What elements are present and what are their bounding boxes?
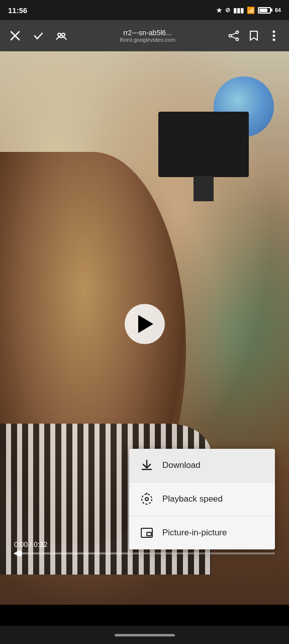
pip-label: Picture-in-picture	[162, 528, 227, 538]
close-tab-button[interactable]	[6, 28, 24, 44]
svg-point-3	[62, 33, 65, 36]
status-icons: ★ ⊘ ▮▮▮ 📶 84	[216, 7, 281, 14]
svg-point-9	[273, 31, 275, 33]
svg-point-11	[273, 39, 275, 41]
playback-speed-icon	[139, 492, 154, 507]
battery-fill	[259, 9, 267, 12]
home-indicator[interactable]	[115, 634, 175, 636]
download-icon	[139, 458, 154, 473]
svg-point-13	[145, 498, 148, 501]
svg-point-2	[58, 33, 61, 36]
confirm-button[interactable]	[29, 28, 47, 44]
page-title: rr2---sn-ab5l6...	[123, 29, 171, 37]
playback-speed-label: Playback speed	[162, 494, 223, 504]
bluetooth-icon: ★	[216, 7, 222, 14]
monitor-decoration	[158, 112, 249, 177]
status-time: 11:56	[8, 6, 27, 15]
battery-container: 84	[258, 7, 281, 14]
download-label: Download	[162, 460, 201, 470]
battery-level: 84	[275, 7, 281, 13]
svg-line-7	[232, 33, 236, 35]
wifi-icon: 📶	[247, 7, 255, 14]
context-menu: Download Playback speed Picture-in-pi	[129, 449, 275, 549]
page-url: l6nrd.googlevideo.com	[120, 37, 175, 43]
browser-chrome: rr2---sn-ab5l6... l6nrd.googlevideo.com	[0, 20, 289, 51]
play-button[interactable]	[125, 304, 165, 344]
download-menu-item[interactable]: Download	[129, 449, 275, 482]
signal-icon: ▮▮▮	[233, 7, 244, 14]
playback-speed-menu-item[interactable]: Playback speed	[129, 482, 275, 516]
svg-point-12	[142, 494, 152, 504]
picture-in-picture-icon	[139, 525, 154, 540]
bottom-nav-bar	[0, 626, 289, 644]
svg-rect-16	[147, 532, 151, 536]
no-sim-icon: ⊘	[225, 7, 230, 14]
svg-point-10	[273, 35, 275, 37]
share-button[interactable]	[225, 27, 243, 44]
bookmark-button[interactable]	[245, 27, 263, 44]
play-icon	[138, 315, 153, 333]
status-bar: 11:56 ★ ⊘ ▮▮▮ 📶 84	[0, 0, 289, 20]
progress-bar[interactable]	[14, 552, 275, 554]
monitor-stand	[194, 176, 214, 201]
svg-point-6	[236, 38, 239, 41]
progress-fill	[14, 552, 19, 554]
browser-actions	[225, 27, 283, 44]
svg-point-5	[229, 35, 232, 37]
svg-line-8	[232, 37, 236, 39]
battery-body	[258, 7, 271, 14]
video-container[interactable]: Loc... 0:00 / 0:32 Download	[0, 51, 289, 605]
svg-point-4	[236, 31, 239, 34]
accounts-icon[interactable]	[52, 27, 70, 44]
url-bar[interactable]: rr2---sn-ab5l6... l6nrd.googlevideo.com	[75, 29, 220, 43]
pip-menu-item[interactable]: Picture-in-picture	[129, 516, 275, 549]
more-options-button[interactable]	[265, 27, 283, 44]
